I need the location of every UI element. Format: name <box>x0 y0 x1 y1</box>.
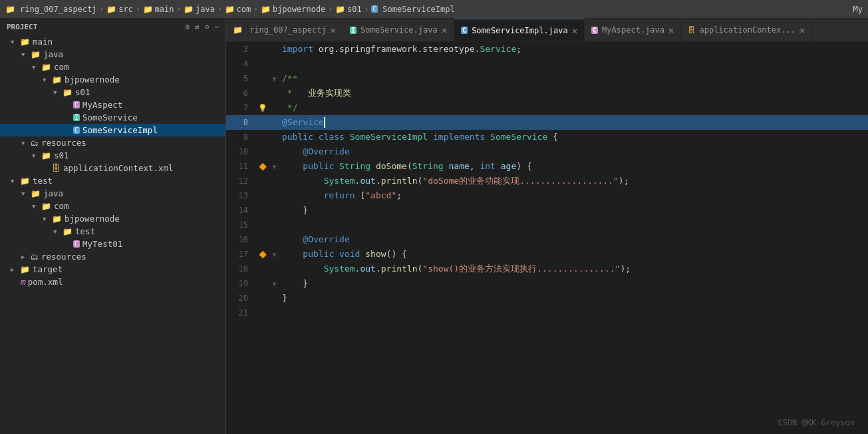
sidebar-item-someservice[interactable]: I SomeService <box>0 111 225 124</box>
arrow-icon <box>32 202 41 210</box>
line-content: public class SomeServiceImpl implements … <box>279 130 868 144</box>
line-content: import org.springframework.stereotype.Se… <box>279 42 868 57</box>
tab-close-icon[interactable]: ✕ <box>331 25 336 35</box>
tab-someserviceimpl[interactable]: C SomeServiceImpl.java ✕ <box>454 19 585 41</box>
folder-icon: 📁 <box>41 63 51 72</box>
sidebar-item-label: com <box>54 201 69 211</box>
tab-close-icon[interactable]: ✕ <box>668 25 674 35</box>
tab-close-icon[interactable]: ✕ <box>572 26 577 35</box>
breadcrumb-main[interactable]: 📁 main <box>143 5 174 14</box>
class-i-icon: I <box>73 114 80 121</box>
folder-icon: 📁 <box>143 5 153 14</box>
code-line-14: 14 } <box>226 203 868 218</box>
top-breadcrumb-bar: 📁 ring_007_aspectj › 📁 src › 📁 main › 📁 … <box>0 0 868 19</box>
breadcrumb-bjpowernode[interactable]: 📁 bjpowernode <box>261 5 325 14</box>
line-content: System.out.println("show()的业务方法实现执行.....… <box>279 262 868 276</box>
sep3: › <box>176 5 181 13</box>
sidebar-item-bjpowernode[interactable]: 📁 bjpowernode <box>0 73 225 86</box>
breadcrumb-class[interactable]: C SomeServiceImpl <box>371 5 454 14</box>
line-gutter <box>256 144 269 159</box>
fold-gutter <box>269 174 279 188</box>
tab-ring007[interactable]: 📁 ring_007_aspectj ✕ <box>226 19 343 41</box>
line-gutter <box>256 57 269 71</box>
breadcrumb-ring007[interactable]: 📁 ring_007_aspectj <box>5 5 97 14</box>
code-line-8: 8 @Service <box>226 115 868 130</box>
line-number: 4 <box>226 57 256 71</box>
line-gutter <box>256 71 269 86</box>
sidebar-item-test-pkg[interactable]: 📁 test <box>0 225 225 238</box>
arrow-icon <box>11 38 20 45</box>
sidebar-item-label: target <box>33 264 63 274</box>
sidebar-item-test-resources[interactable]: 🗂 resources <box>0 250 225 263</box>
sep5: › <box>253 5 258 13</box>
code-line-16: 16 @Override <box>226 232 868 247</box>
code-line-5: 5 ▼ /** <box>226 71 868 86</box>
line-number: 6 <box>226 86 256 101</box>
sidebar-item-label: applicationContext.xml <box>63 163 174 173</box>
tab-appctx[interactable]: 🗄 applicationContex... ✕ <box>681 19 812 41</box>
code-line-12: 12 System.out.println("doSome的业务功能实现....… <box>226 174 868 188</box>
arrow-icon <box>53 89 63 96</box>
sidebar-item-s01[interactable]: 📁 s01 <box>0 86 225 99</box>
line-content: public String doSome(String name, int ag… <box>279 159 868 174</box>
sidebar-item-main[interactable]: 📁 main <box>0 35 225 48</box>
sidebar-item-java[interactable]: 📁 java <box>0 48 225 61</box>
sidebar-item-myaspect[interactable]: C MyAspect <box>0 99 225 111</box>
sidebar-item-test[interactable]: 📁 test <box>0 174 225 187</box>
resources-icon: 🗂 <box>31 138 39 148</box>
code-line-19: 19 ▼ } <box>226 276 868 291</box>
xml-icon: 🗄 <box>688 26 695 35</box>
add-icon[interactable]: ⊕ <box>186 23 190 31</box>
sidebar-item-com[interactable]: 📁 com <box>0 61 225 73</box>
sidebar-item-test-java[interactable]: 📁 java <box>0 187 225 200</box>
sidebar-item-test-bjpowernode[interactable]: 📁 bjpowernode <box>0 212 225 225</box>
line-gutter <box>256 232 269 247</box>
sidebar-item-mytest01[interactable]: C MyTest01 <box>0 238 225 250</box>
folder-icon: 📁 <box>41 151 51 160</box>
sidebar-item-label: resources <box>41 138 86 148</box>
sidebar-item-resources[interactable]: 🗂 resources <box>0 136 225 149</box>
breadcrumb-s01[interactable]: 📁 s01 <box>335 5 362 14</box>
arrow-icon <box>43 76 52 83</box>
tab-myaspect[interactable]: C MyAspect.java ✕ <box>585 19 681 41</box>
sidebar-item-label: MyAspect <box>82 100 122 110</box>
code-line-18: 18 System.out.println("show()的业务方法实现执行..… <box>226 262 868 276</box>
line-number: 21 <box>226 306 256 320</box>
sidebar-item-label: pom.xml <box>28 277 63 287</box>
code-editor[interactable]: 3 import org.springframework.stereotype.… <box>226 42 868 434</box>
code-line-11: 11 🔶 ▼ public String doSome(String name,… <box>226 159 868 174</box>
line-number: 13 <box>226 188 256 203</box>
sync-icon[interactable]: ⇄ <box>195 23 200 31</box>
line-gutter <box>256 218 269 232</box>
breadcrumb-java[interactable]: 📁 java <box>184 5 215 14</box>
class-a-icon: C <box>591 27 598 34</box>
tab-close-icon[interactable]: ✕ <box>442 25 447 35</box>
sidebar-item-s01-res[interactable]: 📁 s01 <box>0 149 225 162</box>
line-content: @Service <box>279 115 868 130</box>
line-number: 14 <box>226 203 256 218</box>
class-a-icon: C <box>73 101 80 108</box>
sidebar-item-someserviceimpl[interactable]: C SomeServiceImpl <box>0 124 225 136</box>
sidebar-item-appctx[interactable]: 🗄 applicationContext.xml <box>0 162 225 174</box>
sidebar-header: Project ⊕ ⇄ ⚙ — <box>0 19 225 35</box>
fold-gutter <box>269 203 279 218</box>
fold-gutter: ▼ <box>269 247 279 262</box>
collapse-icon[interactable]: — <box>214 23 219 31</box>
tab-close-icon[interactable]: ✕ <box>799 25 805 35</box>
line-content: } <box>279 276 868 291</box>
line-number: 12 <box>226 174 256 188</box>
breadcrumb-com[interactable]: 📁 com <box>225 5 251 14</box>
fold-gutter <box>269 144 279 159</box>
sidebar-item-test-com[interactable]: 📁 com <box>0 200 225 212</box>
text-cursor <box>324 117 325 128</box>
line-content: public void show() { <box>279 247 868 262</box>
breadcrumb-src[interactable]: 📁 src <box>106 5 133 14</box>
settings-icon[interactable]: ⚙ <box>205 23 210 31</box>
tab-someservice[interactable]: I SomeService.java ✕ <box>343 19 454 41</box>
sidebar-item-pom[interactable]: m pom.xml <box>0 276 225 288</box>
code-line-17: 17 🔶 ▼ public void show() { <box>226 247 868 262</box>
line-number: 10 <box>226 144 256 159</box>
fold-gutter <box>269 262 279 276</box>
sidebar-item-target[interactable]: 📁 target <box>0 263 225 276</box>
folder-icon: 📁 <box>52 75 62 85</box>
